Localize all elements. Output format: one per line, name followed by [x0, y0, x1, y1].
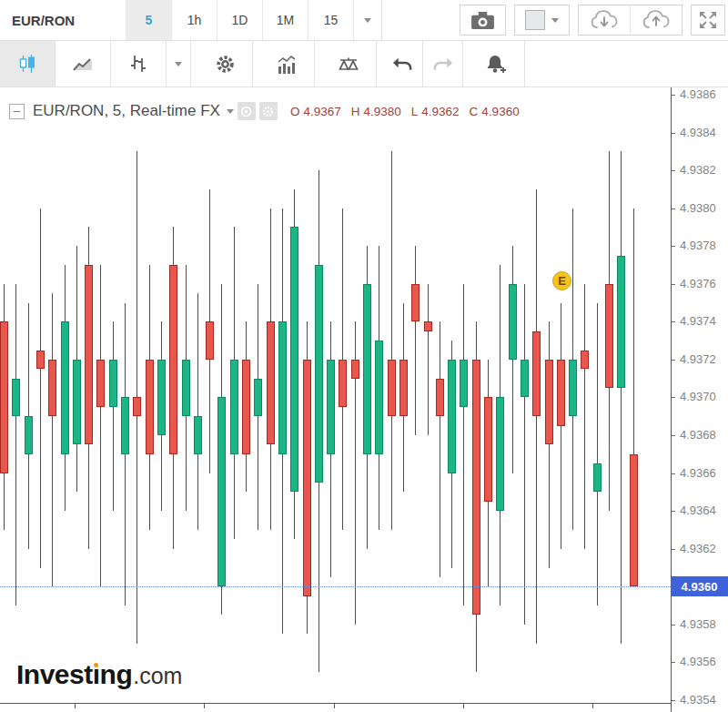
candle-wick — [197, 293, 198, 530]
candlestick-icon — [17, 54, 37, 74]
symbol-label: EUR/RON — [12, 13, 75, 28]
candle-body — [339, 360, 347, 407]
y-tick-mark — [672, 284, 675, 285]
legend-target-button[interactable] — [238, 102, 256, 120]
candle-body — [460, 360, 468, 407]
candle-body — [399, 360, 408, 416]
interval-button-15[interactable]: 15 — [308, 0, 354, 40]
indicators-icon — [277, 55, 297, 74]
candle-wick — [15, 284, 16, 605]
swatch-icon — [525, 10, 545, 30]
investing-logo: Investıng .com — [16, 659, 182, 690]
candle-wick — [524, 284, 525, 625]
settings-button[interactable] — [197, 41, 252, 86]
interval-button-1M[interactable]: 1M — [263, 0, 308, 40]
y-axis-label: 4.9374 — [680, 315, 716, 328]
area-style-button[interactable] — [55, 41, 110, 86]
candle-wick — [428, 284, 429, 435]
legend-collapse-button[interactable] — [9, 104, 25, 119]
open-value: 4.9367 — [303, 105, 340, 118]
low-label: L — [411, 105, 419, 118]
candle-wick — [536, 189, 537, 644]
candle-body — [569, 360, 577, 416]
candle-body — [206, 321, 214, 360]
candle-body — [472, 360, 480, 615]
add-alert-button[interactable] — [470, 41, 524, 86]
candle-wick — [40, 209, 41, 568]
time-scale[interactable] — [0, 704, 671, 712]
price-scale[interactable]: 4.93864.93844.93824.93804.93784.93764.93… — [671, 87, 728, 712]
candle-body — [278, 321, 287, 454]
circle-dot-icon — [239, 105, 253, 118]
candle-plot-area[interactable] — [0, 87, 671, 712]
candle-body — [424, 321, 432, 331]
candle-wick — [584, 284, 585, 549]
candle-body — [290, 227, 298, 492]
interval-button-5[interactable]: 5 — [126, 0, 172, 40]
candle-body — [267, 321, 275, 444]
chevron-down-icon — [551, 18, 559, 23]
candle-wick — [100, 265, 101, 586]
y-axis-label: 4.9378 — [680, 239, 716, 252]
legend-title-group[interactable]: EUR/RON, 5, Real-time FX — [25, 102, 234, 120]
candle-body — [411, 284, 420, 321]
y-axis-label: 4.9358 — [680, 618, 716, 631]
candle-wick — [561, 303, 561, 549]
logo-suffix: .com — [133, 663, 182, 689]
candle-body — [121, 397, 129, 454]
undo-button[interactable] — [383, 41, 422, 86]
chart-style-swatch-button[interactable] — [515, 5, 569, 35]
cloud-download-button[interactable] — [579, 5, 630, 35]
candle-body — [484, 397, 492, 502]
candle-body — [25, 416, 33, 454]
y-axis-label: 4.9364 — [680, 504, 716, 517]
cloud-upload-button[interactable] — [630, 5, 682, 35]
interval-button-1h[interactable]: 1h — [172, 0, 217, 40]
chart-legend: EUR/RON, 5, Real-time FX O4.9367 H4.9380… — [9, 102, 520, 120]
candle-body — [169, 265, 177, 454]
high-label: H — [351, 105, 360, 118]
symbol-input[interactable]: EUR/RON — [0, 0, 126, 40]
snapshot-button[interactable] — [460, 5, 505, 35]
candle-body — [363, 284, 371, 454]
y-tick-mark — [672, 700, 675, 701]
compare-button[interactable] — [321, 41, 376, 86]
indicators-button[interactable] — [259, 41, 314, 86]
low-value: 4.9362 — [421, 105, 459, 118]
chevron-down-icon — [175, 62, 182, 66]
candle-wick — [549, 321, 550, 568]
candle-wick — [440, 321, 440, 577]
y-axis-label: 4.9376 — [680, 278, 716, 290]
close-label: C — [470, 105, 479, 118]
candle-body — [73, 360, 81, 444]
interval-button-1D[interactable]: 1D — [217, 0, 263, 40]
top-toolbar: EUR/RON 51h1D1M15 — [0, 0, 728, 41]
event-marker[interactable]: E — [552, 271, 571, 290]
chart-widget: EUR/RON 51h1D1M15 — [0, 0, 728, 712]
logo-orange-dot-i: ı — [93, 659, 100, 689]
y-tick-mark — [672, 511, 675, 512]
candle-body — [496, 397, 504, 511]
legend-settings-button[interactable] — [259, 102, 278, 120]
candle-body — [217, 397, 226, 586]
redo-arrow-icon — [432, 56, 453, 72]
redo-button[interactable] — [422, 41, 462, 86]
candle-body — [532, 331, 541, 416]
candle-body — [351, 360, 359, 379]
bar-style-dropdown-button[interactable] — [166, 41, 190, 86]
candle-body — [157, 360, 166, 435]
candle-wick — [125, 303, 126, 605]
fullscreen-button[interactable] — [692, 5, 724, 35]
candle-body — [61, 321, 69, 454]
candle-body — [605, 284, 613, 388]
y-tick-mark — [672, 549, 675, 550]
y-tick-mark — [672, 170, 675, 171]
candle-body — [617, 256, 625, 388]
intervals-dropdown-button[interactable] — [354, 0, 381, 40]
interval-buttons: 51h1D1M15 — [126, 0, 354, 40]
candle-body — [375, 341, 383, 454]
bar-style-button[interactable] — [110, 41, 166, 86]
candlestick-style-button[interactable] — [0, 41, 55, 86]
candle-body — [315, 265, 323, 483]
candle-body — [194, 416, 202, 454]
